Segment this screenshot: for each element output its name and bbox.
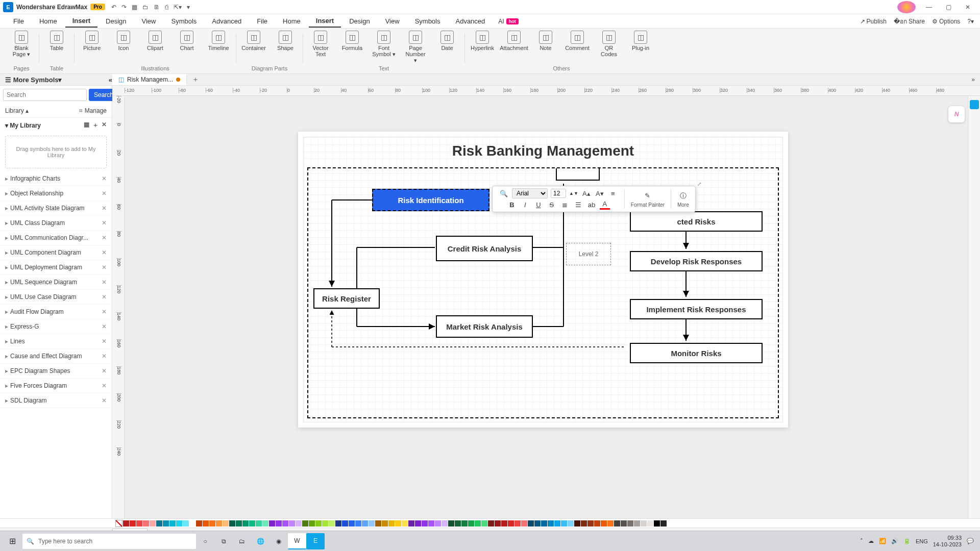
align-icon[interactable]: ≡ bbox=[608, 188, 618, 198]
color-swatch[interactable] bbox=[508, 520, 514, 527]
menu-symbols[interactable]: Symbols bbox=[164, 15, 204, 27]
color-swatch[interactable] bbox=[428, 520, 434, 527]
color-swatch[interactable] bbox=[488, 520, 494, 527]
color-swatch[interactable] bbox=[408, 520, 414, 527]
collapse-sidebar-icon[interactable]: « bbox=[109, 76, 112, 84]
ribbon-chart[interactable]: ◫Chart bbox=[175, 31, 199, 51]
language-indicator[interactable]: ENG bbox=[916, 538, 928, 544]
menu-symbols[interactable]: Symbols bbox=[408, 15, 448, 27]
wifi-icon[interactable]: 📶 bbox=[879, 538, 886, 544]
library-dropzone[interactable]: Drag symbols here to add to My Library bbox=[5, 136, 107, 168]
color-swatch[interactable] bbox=[534, 520, 541, 527]
ribbon-plug-in[interactable]: ◫Plug-in bbox=[628, 31, 653, 57]
color-swatch[interactable] bbox=[680, 520, 687, 527]
strike-icon[interactable]: S bbox=[547, 199, 557, 210]
color-swatch[interactable] bbox=[169, 520, 176, 527]
ribbon-font[interactable]: ◫FontSymbol ▾ bbox=[372, 31, 396, 63]
color-swatch[interactable] bbox=[461, 520, 468, 527]
redo-icon[interactable]: ↷ bbox=[121, 4, 127, 11]
color-swatch[interactable] bbox=[355, 520, 361, 527]
ribbon-icon[interactable]: ◫Icon bbox=[111, 31, 136, 51]
color-swatch[interactable] bbox=[422, 520, 428, 527]
color-swatch[interactable] bbox=[262, 520, 268, 527]
color-swatch[interactable] bbox=[143, 520, 149, 527]
word-icon[interactable]: W bbox=[288, 533, 306, 549]
color-swatch[interactable] bbox=[402, 520, 408, 527]
color-swatch[interactable] bbox=[302, 520, 308, 527]
menu-insert[interactable]: Insert bbox=[65, 15, 97, 28]
ribbon-qr[interactable]: ◫QRCodes bbox=[597, 31, 621, 57]
color-swatch[interactable] bbox=[209, 520, 215, 527]
font-size-input[interactable] bbox=[551, 189, 566, 198]
font-select[interactable]: Arial bbox=[512, 188, 548, 198]
color-swatch[interactable] bbox=[654, 520, 660, 527]
explorer-icon[interactable]: 🗂 bbox=[233, 533, 251, 549]
share-button[interactable]: �อก Share bbox=[894, 16, 925, 26]
case-icon[interactable]: ab bbox=[586, 199, 597, 210]
color-swatch[interactable] bbox=[621, 520, 627, 527]
symbol-category[interactable]: ▸UML Activity State Diagram✕ bbox=[0, 201, 112, 216]
symbol-category[interactable]: ▸Object Relationship✕ bbox=[0, 186, 112, 201]
symbol-category[interactable]: ▸UML Sequence Diagram✕ bbox=[0, 275, 112, 290]
color-swatch[interactable] bbox=[568, 520, 574, 527]
menu-file[interactable]: File bbox=[6, 15, 31, 27]
color-swatch[interactable] bbox=[242, 520, 249, 527]
print-icon[interactable]: ⎙ bbox=[165, 4, 168, 11]
color-swatch-strip[interactable] bbox=[0, 518, 980, 528]
market-risk-box[interactable]: Market Risk Analysis bbox=[436, 315, 533, 338]
undo-icon[interactable]: ↶ bbox=[111, 4, 116, 11]
help-icon[interactable]: ?▾ bbox=[967, 18, 974, 25]
close-category-icon[interactable]: ✕ bbox=[102, 175, 107, 182]
cortana-icon[interactable]: ○ bbox=[196, 533, 214, 549]
color-swatch[interactable] bbox=[647, 520, 653, 527]
symbol-category[interactable]: ▸UML Deployment Diagram✕ bbox=[0, 260, 112, 275]
collapse-right-panel-icon[interactable]: » bbox=[966, 76, 980, 83]
color-swatch[interactable] bbox=[521, 520, 527, 527]
ribbon-timeline[interactable]: ◫Timeline bbox=[206, 31, 231, 51]
close-category-icon[interactable]: ✕ bbox=[102, 308, 107, 315]
close-category-icon[interactable]: ✕ bbox=[102, 205, 107, 212]
risk-identification-box[interactable]: Risk Identification bbox=[372, 189, 489, 211]
symbol-category[interactable]: ▸SDL Diagram✕ bbox=[0, 393, 112, 408]
close-category-icon[interactable]: ✕ bbox=[102, 264, 107, 271]
color-swatch[interactable] bbox=[335, 520, 341, 527]
tray-chevron-icon[interactable]: ˄ bbox=[860, 538, 863, 544]
menu-insert[interactable]: Insert bbox=[309, 15, 341, 28]
add-tab-button[interactable]: ＋ bbox=[187, 75, 204, 84]
menu-advanced[interactable]: Advanced bbox=[205, 15, 249, 27]
ribbon-page[interactable]: ◫PageNumber ▾ bbox=[403, 31, 428, 63]
ribbon-clipart[interactable]: ◫Clipart bbox=[143, 31, 167, 51]
level2-box[interactable]: Level 2 bbox=[566, 243, 611, 265]
symbol-category[interactable]: ▸UML Communication Diagr...✕ bbox=[0, 231, 112, 245]
symbol-search-input[interactable] bbox=[3, 89, 87, 101]
color-swatch[interactable] bbox=[196, 520, 202, 527]
develop-responses-box[interactable]: Develop Risk Responses bbox=[630, 251, 763, 271]
ribbon-comment[interactable]: ◫Comment bbox=[565, 31, 590, 57]
ribbon-table[interactable]: ◫Table bbox=[44, 31, 69, 51]
color-swatch[interactable] bbox=[223, 520, 229, 527]
close-category-icon[interactable]: ✕ bbox=[102, 323, 107, 330]
color-swatch[interactable] bbox=[501, 520, 507, 527]
color-swatch[interactable] bbox=[249, 520, 255, 527]
manage-link[interactable]: ⌗ Manage bbox=[79, 107, 107, 114]
new-icon[interactable]: ▦ bbox=[132, 4, 137, 11]
close-category-icon[interactable]: ✕ bbox=[102, 190, 107, 197]
color-swatch[interactable] bbox=[150, 520, 156, 527]
ribbon-formula[interactable]: ◫Formula bbox=[340, 31, 364, 63]
color-swatch[interactable] bbox=[229, 520, 235, 527]
close-category-icon[interactable]: ✕ bbox=[102, 397, 107, 404]
battery-icon[interactable]: 🔋 bbox=[903, 538, 911, 544]
theme-icon[interactable] bbox=[970, 100, 979, 109]
edge-icon[interactable]: 🌐 bbox=[251, 533, 270, 549]
color-swatch[interactable] bbox=[587, 520, 594, 527]
bullets-icon[interactable]: ≣ bbox=[560, 199, 570, 210]
document-tab[interactable]: ◫ Risk Managem... bbox=[112, 74, 187, 85]
ribbon-picture[interactable]: ◫Picture bbox=[80, 31, 104, 51]
close-category-icon[interactable]: ✕ bbox=[102, 279, 107, 286]
color-swatch[interactable] bbox=[269, 520, 275, 527]
color-swatch[interactable] bbox=[674, 520, 680, 527]
ribbon-attachment[interactable]: ◫Attachment bbox=[502, 31, 526, 57]
more-format-button[interactable]: ⓘ More bbox=[674, 191, 692, 208]
color-swatch[interactable] bbox=[276, 520, 282, 527]
color-swatch[interactable] bbox=[203, 520, 209, 527]
